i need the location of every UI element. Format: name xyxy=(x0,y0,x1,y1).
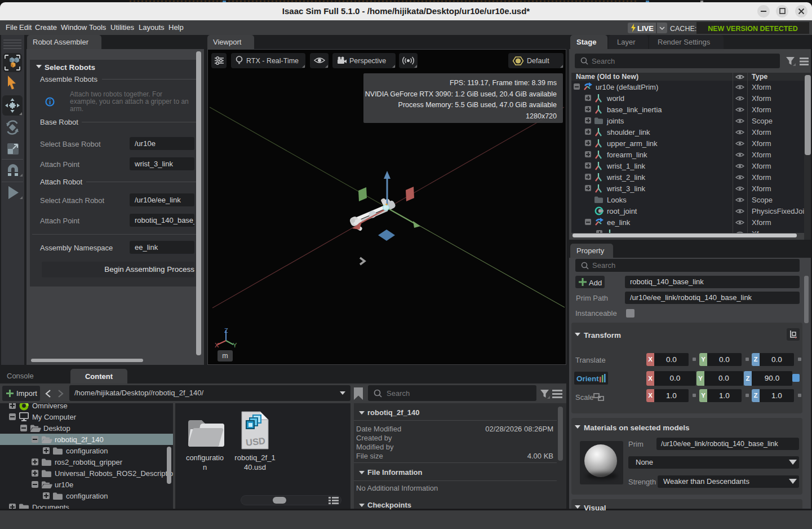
svg-text:USD: USD xyxy=(245,435,266,448)
svg-text:X: X xyxy=(215,342,219,349)
svg-text:Z: Z xyxy=(224,327,228,334)
svg-text:Y: Y xyxy=(233,342,237,349)
